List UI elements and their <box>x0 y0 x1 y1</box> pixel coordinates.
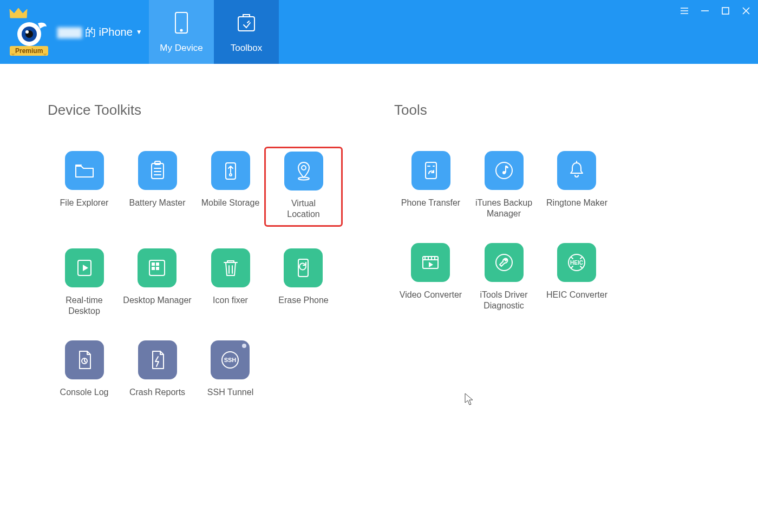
tool-desktop-manager[interactable]: Desktop Manager <box>121 248 194 319</box>
svg-point-25 <box>496 162 512 179</box>
minimize-button[interactable] <box>698 4 711 17</box>
content: Device Toolkits File ExplorerBattery Mas… <box>0 64 758 411</box>
device-name-suffix: 的 iPhone <box>85 25 133 40</box>
video-icon <box>411 243 450 282</box>
device-name-blurred: ▇▇▇ <box>57 25 82 38</box>
device-selector[interactable]: ▇▇▇ 的 iPhone ▼ <box>57 25 142 40</box>
tab-label: Toolbox <box>231 43 263 54</box>
tool-console-log[interactable]: Console Log <box>48 340 121 411</box>
svg-point-26 <box>502 171 506 174</box>
tool-label: Virtual Location <box>275 198 332 220</box>
svg-point-28 <box>496 254 512 271</box>
tab-label: My Device <box>160 43 202 54</box>
svg-rect-6 <box>238 17 254 31</box>
music-note-icon <box>485 151 524 190</box>
tool-crash-reports[interactable]: Crash Reports <box>121 340 194 411</box>
svg-text:HEIC: HEIC <box>571 260 584 266</box>
device-toolkits-section: Device Toolkits File ExplorerBattery Mas… <box>48 102 351 411</box>
device-icon <box>169 10 194 35</box>
tool-label: Crash Reports <box>129 387 185 398</box>
tool-itunes-backup[interactable]: iTunes Backup Manager <box>467 151 540 221</box>
tool-label: Mobile Storage <box>201 198 260 208</box>
tool-battery-master[interactable]: Battery Master <box>121 151 194 227</box>
toolbox-icon <box>234 10 259 35</box>
window-controls <box>678 4 753 17</box>
close-button[interactable] <box>740 4 753 17</box>
section-title: Tools <box>394 102 643 119</box>
tool-erase-phone[interactable]: Erase Phone <box>267 248 340 319</box>
ssh-icon: SSH <box>211 340 250 379</box>
svg-rect-17 <box>156 262 159 266</box>
tab-toolbox[interactable]: Toolbox <box>214 0 279 64</box>
play-icon <box>65 248 104 287</box>
tool-label: Video Converter <box>400 290 462 300</box>
app-header: Premium ▇▇▇ 的 iPhone ▼ My Device <box>0 0 758 64</box>
tool-icon-fixer[interactable]: Icon fixer <box>194 248 267 319</box>
svg-rect-24 <box>426 162 436 179</box>
tool-phone-transfer[interactable]: Phone Transfer <box>394 151 467 221</box>
tool-label: Desktop Manager <box>123 295 191 306</box>
folder-icon <box>65 151 104 190</box>
apps-grid-icon <box>138 248 177 287</box>
wrench-icon <box>485 243 524 282</box>
tool-label: iTunes Backup Manager <box>469 198 539 219</box>
main-tabs: My Device Toolbox <box>149 0 279 64</box>
svg-point-5 <box>180 29 182 31</box>
menu-button[interactable] <box>678 4 691 17</box>
tool-label: File Explorer <box>60 198 109 208</box>
trash-icon <box>211 248 250 287</box>
chevron-down-icon: ▼ <box>136 28 142 36</box>
bell-icon <box>557 151 596 190</box>
app-logo: Premium <box>5 5 54 59</box>
location-pin-icon <box>284 152 323 191</box>
crash-icon <box>138 340 177 379</box>
eye-icon <box>13 16 48 50</box>
svg-rect-16 <box>152 262 155 266</box>
svg-point-3 <box>25 30 29 34</box>
tool-label: iTools Driver Diagnostic <box>469 290 539 311</box>
svg-point-13 <box>298 178 309 180</box>
usb-disk-icon <box>211 151 250 190</box>
phone-reset-icon <box>284 248 323 287</box>
tool-label: Real-time Desktop <box>49 295 120 317</box>
tool-ringtone-maker[interactable]: Ringtone Maker <box>540 151 613 221</box>
tool-label: Icon fixer <box>213 295 248 306</box>
tool-video-converter[interactable]: Video Converter <box>394 243 467 313</box>
transfer-icon <box>411 151 450 190</box>
tool-label: Console Log <box>60 387 109 398</box>
tab-my-device[interactable]: My Device <box>149 0 214 64</box>
premium-badge: Premium <box>10 46 48 56</box>
tool-label: HEIC Converter <box>546 290 607 300</box>
logo-area: Premium ▇▇▇ 的 iPhone ▼ <box>0 0 149 64</box>
clipboard-icon <box>138 151 177 190</box>
svg-rect-7 <box>722 8 729 14</box>
tool-driver-diagnostic[interactable]: iTools Driver Diagnostic <box>467 243 540 313</box>
log-file-icon <box>65 340 104 379</box>
tool-mobile-storage[interactable]: Mobile Storage <box>194 151 267 227</box>
svg-point-12 <box>302 166 306 170</box>
tool-label: Erase Phone <box>278 295 329 306</box>
tool-realtime-desktop[interactable]: Real-time Desktop <box>48 248 121 319</box>
section-title: Device Toolkits <box>48 102 351 119</box>
tools-section: Tools Phone TransferiTunes Backup Manage… <box>394 102 643 411</box>
maximize-button[interactable] <box>719 4 732 17</box>
tool-file-explorer[interactable]: File Explorer <box>48 151 121 227</box>
tool-label: Phone Transfer <box>401 198 460 208</box>
tool-virtual-location[interactable]: Virtual Location <box>264 151 343 227</box>
tool-label: Battery Master <box>129 198 185 208</box>
svg-rect-18 <box>152 267 155 270</box>
tool-ssh-tunnel[interactable]: SSHSSH Tunnel <box>194 340 267 411</box>
tool-label: Ringtone Maker <box>546 198 607 208</box>
tool-label: SSH Tunnel <box>207 387 253 398</box>
heic-icon: HEIC <box>557 243 596 282</box>
svg-point-11 <box>230 174 232 176</box>
svg-text:SSH: SSH <box>224 357 237 363</box>
svg-rect-19 <box>156 267 159 270</box>
tool-heic-converter[interactable]: HEICHEIC Converter <box>540 243 613 313</box>
